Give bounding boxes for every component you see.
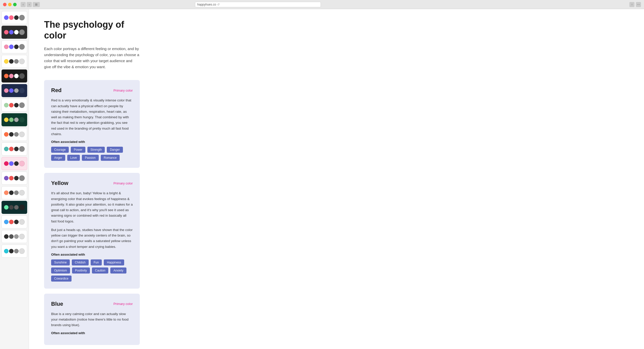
palette-circle [4, 190, 9, 195]
palette-item-9[interactable] [2, 128, 27, 141]
url-text: happyhues.co [197, 3, 216, 6]
color-card-yellow: YellowPrimary colorIt's all about the su… [44, 173, 140, 289]
back-button[interactable]: ‹ [21, 2, 26, 7]
tag[interactable]: Passion [82, 155, 99, 161]
palette-item-5[interactable] [2, 69, 27, 83]
color-card-blue: BluePrimary colorBlue is a very calming … [44, 294, 140, 345]
palette-circle [14, 59, 19, 64]
palette-circle [14, 205, 19, 210]
maximize-button[interactable] [13, 3, 17, 6]
palette-circle [9, 88, 14, 93]
palette-item-11[interactable] [2, 157, 27, 170]
palette-item-1[interactable] [2, 11, 27, 24]
settings-icon[interactable]: ⋯ [636, 2, 641, 7]
palette-circle [14, 88, 19, 93]
palette-circle [9, 15, 14, 20]
palette-circle [19, 161, 25, 166]
card-header: BluePrimary color [51, 301, 133, 307]
palette-circle [4, 205, 9, 210]
palette-item-2[interactable] [2, 26, 27, 39]
tags-container: CouragePowerStrengthDangerAngerLovePassi… [51, 147, 133, 161]
palette-circle [9, 118, 14, 122]
palette-circle [14, 45, 19, 49]
browser-action-buttons: ↑ ⋯ [629, 2, 641, 7]
card-primary-label: Primary color [113, 181, 133, 185]
palette-circle [9, 176, 14, 180]
palette-circle [19, 59, 25, 64]
share-icon[interactable]: ↑ [629, 2, 634, 7]
palette-circle [14, 161, 19, 166]
tag[interactable]: Power [71, 147, 85, 153]
palette-circle [4, 249, 9, 253]
card-description-1: Red is a very emotionally & visually int… [51, 98, 133, 137]
palette-item-16[interactable] [2, 230, 27, 243]
palette-item-14[interactable] [2, 201, 27, 214]
palette-item-3[interactable] [2, 40, 27, 53]
palette-circle [4, 15, 9, 20]
close-button[interactable] [3, 3, 7, 6]
tag[interactable]: Strength [87, 147, 105, 153]
palette-item-4[interactable] [2, 55, 27, 68]
palette-circle [9, 59, 14, 64]
tag[interactable]: Love [67, 155, 80, 161]
window-controls [3, 3, 17, 6]
palette-circle [4, 118, 9, 122]
palette-item-10[interactable] [2, 142, 27, 156]
palette-item-8[interactable] [2, 113, 27, 126]
intro-description: Each color portrays a different feeling … [44, 46, 140, 70]
palette-item-13[interactable] [2, 186, 27, 199]
card-primary-label: Primary color [113, 302, 133, 306]
palette-item-7[interactable] [2, 99, 27, 112]
tag[interactable]: Danger [107, 147, 123, 153]
tag[interactable]: Caution [92, 267, 108, 274]
tag[interactable]: Anger [51, 155, 65, 161]
palette-circle [4, 88, 9, 93]
palette-circle [19, 117, 25, 123]
palette-item-17[interactable] [2, 245, 27, 258]
tag[interactable]: Romance [101, 155, 120, 161]
palette-circle [4, 132, 9, 137]
view-button[interactable]: ⊞ [33, 2, 40, 7]
tag[interactable]: Childish [72, 259, 89, 265]
palette-circle [9, 132, 14, 137]
palette-circle [19, 88, 25, 93]
tag[interactable]: Fun [91, 259, 102, 265]
main-content: The psychology of color Each color portr… [29, 9, 644, 349]
tag[interactable]: Optimism [51, 267, 70, 274]
palette-item-6[interactable] [2, 84, 27, 97]
palette-circle [19, 190, 25, 196]
palette-circle [19, 132, 25, 137]
palette-circle [19, 175, 25, 181]
browser-chrome: ‹ › ⊞ happyhues.co ↺ ↑ ⋯ [0, 0, 644, 9]
tags-container: SunshineChildishFunHappinessOptimismPosi… [51, 259, 133, 282]
tag[interactable]: Happiness [104, 259, 124, 265]
palette-circle [9, 190, 14, 195]
palette-circle [4, 176, 9, 180]
address-bar[interactable]: happyhues.co ↺ [195, 2, 321, 7]
color-card-red: RedPrimary colorRed is a very emotionall… [44, 80, 140, 168]
palette-circle [4, 45, 9, 49]
tag[interactable]: Anxiety [110, 267, 126, 274]
palette-circle [14, 74, 19, 78]
minimize-button[interactable] [8, 3, 12, 6]
palette-circle [4, 74, 9, 78]
palette-circle [9, 147, 14, 151]
tag[interactable]: Cowardice [51, 276, 72, 282]
tag[interactable]: Sunshine [51, 259, 70, 265]
palette-circle [9, 45, 14, 49]
card-color-name: Yellow [51, 180, 68, 186]
palette-circle [9, 205, 14, 210]
palette-circle [14, 220, 19, 224]
card-description-2: But just a heads up, studies have shown … [51, 227, 133, 250]
tag[interactable]: Courage [51, 147, 69, 153]
browser-navigation: ‹ › ⊞ [21, 2, 40, 7]
palette-circle [14, 147, 19, 151]
forward-button[interactable]: › [27, 2, 32, 7]
palette-circle [19, 234, 25, 239]
palette-item-15[interactable] [2, 215, 27, 228]
tag[interactable]: Positivity [72, 267, 90, 274]
palette-item-12[interactable] [2, 172, 27, 185]
card-header: RedPrimary color [51, 87, 133, 94]
palette-circle [4, 30, 9, 34]
card-description-1: It's all about the sun, baby! Yellow is … [51, 190, 133, 224]
